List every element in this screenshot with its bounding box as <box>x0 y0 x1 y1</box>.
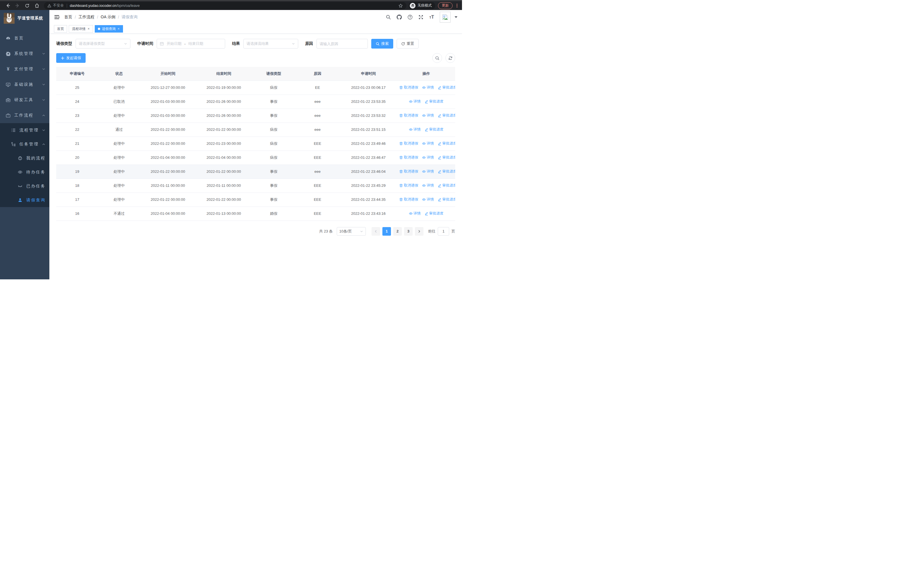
sidebar-item-process-mgmt[interactable]: 流程管理 <box>0 123 50 137</box>
bookmark-star-icon[interactable] <box>398 3 403 8</box>
help-icon[interactable] <box>408 15 412 20</box>
approval-progress-link[interactable]: 审批进度 <box>424 211 444 216</box>
tags-view-bar: 首页流程详情×请假查询× <box>50 24 462 34</box>
prev-page-button[interactable] <box>372 227 380 236</box>
tab-leave-query[interactable]: 请假查询× <box>95 25 123 33</box>
sidebar-fold-icon[interactable] <box>54 14 60 20</box>
trash-icon <box>399 156 403 159</box>
apply-time-range-input[interactable]: 开始日期 - 结束日期 <box>157 39 225 48</box>
list-icon <box>11 128 16 132</box>
sidebar-item-system[interactable]: 系统管理 <box>0 46 50 62</box>
calendar-icon <box>160 42 164 46</box>
security-warning-icon[interactable]: 不安全 <box>47 3 64 8</box>
approval-progress-link[interactable]: 审批进度 <box>438 155 455 160</box>
detail-link[interactable]: 详情 <box>409 127 421 132</box>
next-page-button[interactable] <box>415 227 423 236</box>
detail-link[interactable]: 详情 <box>409 211 421 216</box>
cell-leave-type: 病假 <box>252 137 296 150</box>
tab-home[interactable]: 首页 <box>54 25 67 33</box>
cancel-leave-link[interactable]: 取消请假 <box>399 155 418 160</box>
goto-page-input[interactable] <box>438 227 449 236</box>
page-button-1[interactable]: 1 <box>382 227 391 236</box>
leave-type-select[interactable]: 请选择请假类型 <box>76 39 130 48</box>
approval-progress-link[interactable]: 审批进度 <box>438 113 455 118</box>
breadcrumb-item[interactable]: 工作流程 <box>78 15 94 20</box>
approval-progress-link[interactable]: 审批进度 <box>438 183 455 188</box>
show-search-toggle-button[interactable] <box>432 53 442 63</box>
browser-menu-icon[interactable] <box>455 4 459 8</box>
reason-input[interactable] <box>316 39 368 48</box>
cancel-leave-link[interactable]: 取消请假 <box>399 85 418 90</box>
reset-button[interactable]: 重置 <box>397 39 418 48</box>
sidebar-item-home[interactable]: 首页 <box>0 30 50 46</box>
tree-icon <box>11 142 16 146</box>
detail-link[interactable]: 详情 <box>422 197 434 202</box>
page-button-2[interactable]: 2 <box>393 227 402 236</box>
approval-progress-link[interactable]: 审批进度 <box>424 127 444 132</box>
avatar[interactable] <box>440 12 451 23</box>
sidebar-item-workflow[interactable]: 工作流程 <box>0 108 50 123</box>
browser-back-icon[interactable] <box>4 2 11 9</box>
sidebar-item-todo-task[interactable]: 待办任务 <box>0 165 50 179</box>
sidebar-item-leave-query[interactable]: 请假查询 <box>0 193 50 207</box>
detail-link[interactable]: 详情 <box>422 169 434 174</box>
cancel-leave-link[interactable]: 取消请假 <box>399 113 418 118</box>
sidebar-item-infrastructure[interactable]: 基础设施 <box>0 77 50 92</box>
cancel-leave-link[interactable]: 取消请假 <box>399 169 418 174</box>
page-button-3[interactable]: 3 <box>404 227 412 236</box>
breadcrumb-item[interactable]: OA 示例 <box>101 15 115 20</box>
browser-update-button[interactable]: 更新 <box>438 2 453 9</box>
range-separator: - <box>184 42 186 46</box>
detail-link[interactable]: 详情 <box>409 99 421 104</box>
approval-progress-link[interactable]: 审批进度 <box>424 99 444 104</box>
cancel-leave-link[interactable]: 取消请假 <box>399 141 418 146</box>
sidebar-item-task-mgmt[interactable]: 任务管理 <box>0 137 50 151</box>
cancel-leave-link[interactable]: 取消请假 <box>399 183 418 188</box>
sidebar-item-label: 系统管理 <box>14 51 42 56</box>
app-logo-row[interactable]: 芋道管理系统 <box>0 10 50 27</box>
tab-close-icon[interactable]: × <box>117 27 120 31</box>
pen-icon <box>438 156 441 159</box>
table-row: 17处理中2022-01-22 00:00:002022-01-22 00:00… <box>56 193 455 206</box>
header-search-icon[interactable] <box>386 15 391 20</box>
detail-link[interactable]: 详情 <box>422 113 434 118</box>
approval-progress-link[interactable]: 审批进度 <box>438 169 455 174</box>
sidebar-item-dev-tools[interactable]: 研发工具 <box>0 92 50 108</box>
tab-close-icon[interactable]: × <box>87 27 90 31</box>
cell-status: 已取消 <box>98 95 140 108</box>
detail-link[interactable]: 详情 <box>422 183 434 188</box>
browser-reload-icon[interactable] <box>23 2 31 9</box>
sidebar-item-my-process[interactable]: 我的流程 <box>0 151 50 165</box>
detail-link[interactable]: 详情 <box>422 155 434 160</box>
search-button[interactable]: 搜索 <box>371 39 393 48</box>
browser-forward-icon[interactable] <box>14 2 21 9</box>
approval-progress-link[interactable]: 审批进度 <box>438 85 455 90</box>
font-size-icon[interactable]: TT <box>429 15 434 20</box>
security-label: 不安全 <box>53 3 64 8</box>
fullscreen-icon[interactable] <box>418 15 423 20</box>
cell-leave-type: 婚假 <box>252 206 296 221</box>
cell-reason: EEE <box>296 179 340 193</box>
tab-process-detail[interactable]: 流程详情× <box>69 25 93 33</box>
browser-home-icon[interactable] <box>33 2 40 9</box>
cell-leave-type: 病假 <box>252 123 296 137</box>
sidebar-item-done-task[interactable]: 已办任务 <box>0 179 50 193</box>
cell-apply-time: 2022-01-22 23:49:46 <box>340 137 398 150</box>
cell-reason: EEE <box>296 193 340 206</box>
create-leave-button[interactable]: 发起请假 <box>56 53 86 63</box>
detail-link[interactable]: 详情 <box>422 141 434 146</box>
table-row: 25处理中2021-12-27 00:00:002022-01-19 00:00… <box>56 81 455 95</box>
cancel-leave-link[interactable]: 取消请假 <box>399 197 418 202</box>
address-bar[interactable]: 不安全 dashboard.yudao.iocoder.cn /bpm/oa/l… <box>44 2 406 9</box>
sidebar-item-label: 支付管理 <box>14 66 42 72</box>
github-icon[interactable] <box>397 15 402 20</box>
result-select[interactable]: 请选择流结果 <box>243 39 298 48</box>
refresh-table-button[interactable] <box>446 53 455 63</box>
approval-progress-link[interactable]: 审批进度 <box>438 197 455 202</box>
sidebar-item-payment[interactable]: ¥支付管理 <box>0 62 50 77</box>
avatar-caret-icon[interactable] <box>454 16 458 18</box>
page-size-select[interactable]: 10条/页 <box>337 227 366 236</box>
approval-progress-link[interactable]: 审批进度 <box>438 141 455 146</box>
breadcrumb-item[interactable]: 首页 <box>64 15 72 20</box>
detail-link[interactable]: 详情 <box>422 85 434 90</box>
